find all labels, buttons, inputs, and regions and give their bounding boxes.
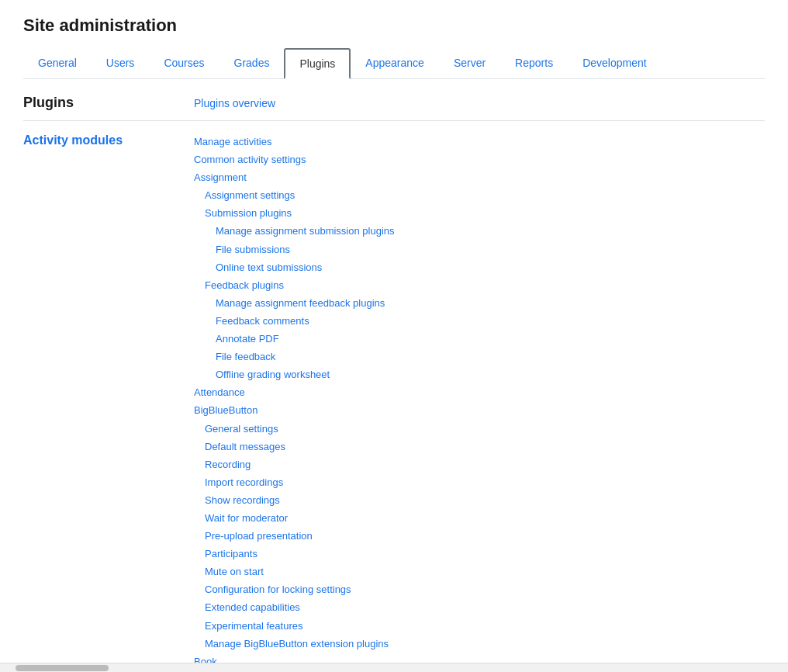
list-item[interactable]: Submission plugins [194,205,765,222]
list-item[interactable]: Manage BigBlueButton extension plugins [194,636,765,653]
tab-general[interactable]: General [23,48,92,79]
list-item[interactable]: Feedback plugins [194,277,765,294]
list-item[interactable]: Common activity settings [194,151,765,168]
list-item[interactable]: Recording [194,456,765,473]
list-item[interactable]: Feedback comments [194,313,765,330]
tab-appearance[interactable]: Appearance [351,48,439,79]
list-item[interactable]: Manage assignment submission plugins [194,223,765,240]
tab-server[interactable]: Server [439,48,500,79]
list-item[interactable]: Attendance [194,384,765,401]
tab-users[interactable]: Users [92,48,150,79]
left-panel: Activity modules [23,133,178,672]
list-item[interactable]: General settings [194,421,765,438]
list-item[interactable]: Offline grading worksheet [194,366,765,383]
list-item[interactable]: Pre-upload presentation [194,528,765,545]
scrollbar-thumb[interactable] [16,665,109,671]
main-nav: General Users Courses Grades Plugins App… [23,48,765,79]
list-item[interactable]: Manage assignment feedback plugins [194,295,765,312]
main-content: Plugins Plugins overview Activity module… [0,79,788,672]
tab-courses[interactable]: Courses [149,48,219,79]
tab-plugins[interactable]: Plugins [284,48,351,79]
plugins-body: Activity modules Manage activitiesCommon… [23,133,765,672]
list-item[interactable]: Online text submissions [194,259,765,276]
tab-development[interactable]: Development [568,48,662,79]
list-item[interactable]: Manage activities [194,133,765,151]
list-item[interactable]: Annotate PDF [194,331,765,348]
activity-modules-title[interactable]: Activity modules [23,133,123,147]
section-header: Plugins Plugins overview [23,95,765,121]
list-item[interactable]: Assignment settings [194,187,765,204]
list-item[interactable]: Wait for moderator [194,510,765,527]
plugins-overview-link[interactable]: Plugins overview [194,95,275,109]
list-item[interactable]: Configuration for locking settings [194,581,765,598]
list-item[interactable]: Mute on start [194,563,765,580]
list-item[interactable]: BigBlueButton [194,402,765,419]
list-item[interactable]: Show recordings [194,492,765,509]
list-item[interactable]: Import recordings [194,474,765,491]
list-item[interactable]: Experimental features [194,618,765,635]
list-item[interactable]: Participants [194,546,765,563]
list-item[interactable]: Extended capabilities [194,599,765,616]
horizontal-scrollbar[interactable] [0,663,788,672]
right-panel: Manage activitiesCommon activity setting… [194,133,765,672]
page-header: Site administration General Users Course… [0,0,788,79]
list-item[interactable]: File feedback [194,348,765,365]
page-title: Site administration [23,16,765,36]
section-title: Plugins [23,95,178,111]
list-item[interactable]: Default messages [194,438,765,456]
tab-grades[interactable]: Grades [219,48,285,79]
list-item[interactable]: File submissions [194,241,765,258]
list-item[interactable]: Assignment [194,169,765,186]
tab-reports[interactable]: Reports [500,48,568,79]
